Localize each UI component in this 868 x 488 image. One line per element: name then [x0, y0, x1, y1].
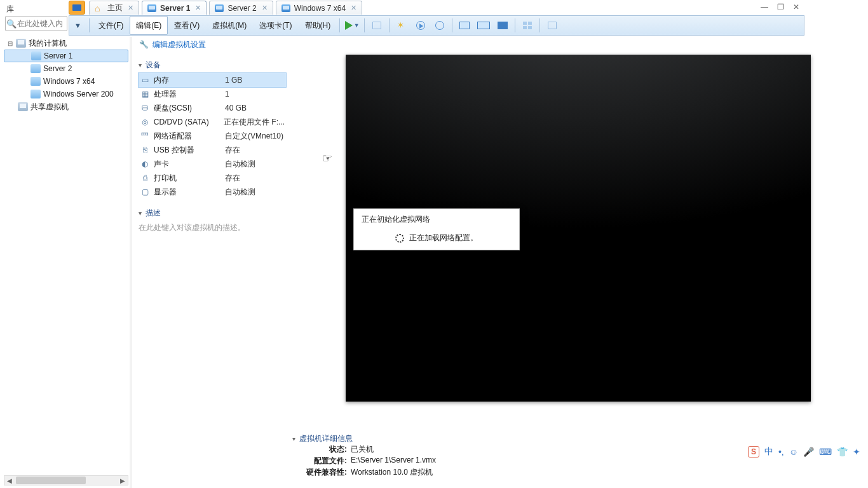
device-icon: ⺫	[140, 131, 150, 142]
pause-icon	[372, 22, 381, 29]
library-tree: ⊟ 我的计算机 Server 1 Server 2 Windows 7 x64 …	[4, 37, 128, 475]
snapshot-manage-button[interactable]	[431, 18, 449, 33]
menu-file[interactable]: 文件(F)	[92, 16, 130, 35]
ime-skin-icon[interactable]: 👕	[837, 447, 848, 457]
ime-keyboard-icon[interactable]: ⌨	[819, 447, 832, 457]
device-row[interactable]: ⺫网络适配器自定义(VMnet10)	[139, 129, 286, 143]
tree-item-win7[interactable]: Windows 7 x64	[4, 75, 128, 88]
ime-punct[interactable]: •,	[778, 447, 784, 457]
suspend-button[interactable]	[368, 18, 386, 33]
close-icon[interactable]: ✕	[349, 4, 358, 12]
collapse-icon[interactable]: ⊟	[6, 40, 13, 47]
device-value: 存在	[225, 145, 240, 156]
meta-val-hw: Workstation 10.0 虚拟机	[351, 467, 433, 478]
close-icon[interactable]: ✕	[261, 4, 269, 12]
menubar: ▼ 文件(F) 编辑(E) 查看(V) 虚拟机(M) 选项卡(T) 帮助(H) …	[69, 15, 804, 36]
home-icon	[95, 4, 104, 12]
view-fullscreen-button[interactable]	[494, 18, 512, 33]
tree-hscroll[interactable]: ◀ ▶	[4, 475, 128, 485]
restore-icon[interactable]: ❐	[777, 3, 784, 11]
unity-button[interactable]	[519, 18, 536, 33]
search-box[interactable]: 🔍	[5, 16, 67, 31]
app-icon[interactable]	[69, 1, 85, 15]
library-label: 库	[6, 4, 14, 15]
ime-face-icon[interactable]: ☺	[789, 447, 798, 457]
stretch-icon	[477, 22, 490, 29]
view-stretch-button[interactable]	[475, 18, 492, 33]
ime-lang[interactable]: 中	[764, 446, 773, 458]
scroll-thumb[interactable]	[16, 477, 86, 484]
tab-server2[interactable]: Server 2 ✕	[209, 1, 273, 15]
search-icon: 🔍	[6, 19, 17, 29]
caret-down-icon: ▾	[292, 435, 295, 442]
device-row[interactable]: ⎙打印机存在	[139, 171, 286, 185]
spinner-icon	[395, 234, 404, 243]
scroll-left-icon[interactable]: ◀	[4, 477, 15, 484]
close-icon[interactable]: ✕	[126, 4, 135, 12]
device-icon: ⎘	[140, 146, 150, 154]
section-title: 虚拟机详细信息	[299, 433, 353, 444]
device-row[interactable]: ⛁硬盘(SCSI)40 GB	[139, 101, 286, 115]
menu-view[interactable]: 查看(V)	[168, 16, 206, 35]
power-on-button[interactable]: ▼	[343, 18, 361, 33]
tab-home[interactable]: 主页 ✕	[89, 1, 139, 15]
search-input[interactable]	[17, 19, 64, 28]
minimize-icon[interactable]: —	[761, 3, 768, 11]
gear-icon: 🔧	[139, 40, 149, 49]
vm-icon	[31, 64, 41, 73]
tree-item-server2[interactable]: Server 2	[4, 62, 128, 75]
device-row[interactable]: ◐声卡自动检测	[139, 157, 286, 171]
ime-bar[interactable]: S 中 •, ☺ 🎤 ⌨ 👕 ✦	[744, 445, 864, 459]
menu-dropdown-icon[interactable]: ▼	[69, 22, 86, 29]
device-row[interactable]: ▦处理器1	[139, 87, 286, 101]
menu-tabs[interactable]: 选项卡(T)	[253, 16, 298, 35]
ime-tool-icon[interactable]: ✦	[853, 447, 860, 457]
fullscreen-icon	[498, 22, 508, 29]
tree-item-winserver[interactable]: Windows Server 200	[4, 88, 128, 100]
close-icon[interactable]: ✕	[194, 4, 202, 12]
window-controls: — ❐ ✕	[761, 3, 799, 11]
tab-server1[interactable]: Server 1 ✕	[142, 1, 207, 15]
device-row[interactable]: ▢显示器自动检测	[139, 185, 286, 199]
device-row[interactable]: ◎CD/DVD (SATA)正在使用文件 F:...	[139, 115, 286, 129]
tree-shared-vms[interactable]: 共享虚拟机	[4, 100, 128, 113]
tree-root-mycomputer[interactable]: ⊟ 我的计算机	[4, 37, 128, 50]
tab-win7[interactable]: Windows 7 x64 ✕	[276, 1, 362, 15]
thumbnail-button[interactable]	[543, 18, 561, 33]
device-row[interactable]: ⎘USB 控制器存在	[139, 143, 286, 157]
vm-icon	[31, 90, 41, 98]
tree-label: Server 1	[44, 51, 128, 60]
description-placeholder[interactable]: 在此处键入对该虚拟机的描述。	[139, 222, 286, 233]
menu-help[interactable]: 帮助(H)	[299, 16, 337, 35]
device-name: CD/DVD (SATA)	[154, 118, 220, 126]
menu-edit[interactable]: 编辑(E)	[130, 16, 168, 35]
view-console-button[interactable]	[456, 18, 473, 33]
meta-key-state: 状态:	[292, 444, 347, 456]
vm-icon	[281, 4, 290, 12]
ime-mic-icon[interactable]: 🎤	[803, 447, 814, 457]
meta-val-state: 已关机	[351, 444, 374, 456]
snapshot-take-button[interactable]	[393, 18, 410, 33]
link-edit-settings[interactable]: 🔧 编辑虚拟机设置	[139, 38, 286, 51]
dialog-message: 正在加载网络配置。	[409, 233, 478, 243]
close-window-icon[interactable]: ✕	[793, 3, 799, 11]
tab-row: 主页 ✕ Server 1 ✕ Server 2 ✕ Windows 7 x64…	[69, 0, 365, 15]
devices-heading[interactable]: ▾设备	[139, 60, 286, 71]
dialog-title: 正在初始化虚拟网络	[362, 214, 512, 225]
tree-item-server1[interactable]: Server 1	[4, 50, 128, 62]
vm-init-dialog: 正在初始化虚拟网络 正在加载网络配置。	[353, 208, 520, 250]
vm-icon	[31, 51, 41, 60]
device-icon: ◐	[140, 159, 150, 168]
tree-label: Windows 7 x64	[43, 77, 128, 86]
device-name: 打印机	[154, 173, 221, 184]
device-icon: ▦	[140, 90, 150, 98]
vm-details-heading[interactable]: ▾虚拟机详细信息	[292, 433, 635, 444]
scroll-right-icon[interactable]: ▶	[118, 477, 128, 484]
splitter[interactable]	[130, 37, 132, 488]
snapshot-revert-button[interactable]	[412, 18, 430, 33]
device-value: 1	[225, 90, 229, 98]
device-icon: ◎	[140, 118, 150, 126]
description-heading[interactable]: ▾描述	[139, 208, 286, 219]
menu-vm[interactable]: 虚拟机(M)	[206, 16, 253, 35]
device-row[interactable]: ▭内存1 GB	[139, 73, 286, 87]
